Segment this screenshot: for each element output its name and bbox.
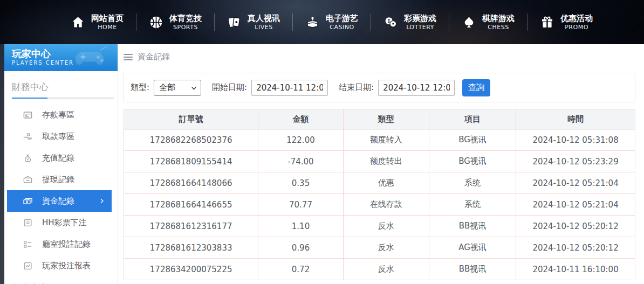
cell-order-no: 1728634200075225 [124, 259, 258, 280]
list-icon [23, 239, 33, 250]
nav-label: 电子游艺 [326, 13, 358, 24]
cell-order-no: 1728682268502376 [124, 129, 258, 151]
cell-amount: 1.10 [258, 216, 343, 237]
cell-item: BG视讯 [429, 151, 516, 172]
cell-amount: 122.00 [258, 129, 343, 151]
cell-type: 反水 [343, 237, 429, 259]
sidebar-item-hall-bet-record[interactable]: 廳室投註記錄 [4, 233, 118, 255]
chart-icon [23, 261, 33, 271]
column-header-time: 時間 [516, 109, 635, 129]
start-date-label: 開始日期: [212, 82, 247, 93]
query-button[interactable]: 查詢 [462, 79, 490, 96]
sidebar-item-hh-lottery-bet[interactable]: HH彩票下注 [4, 212, 118, 233]
nav-item-home[interactable]: 网站首页 HOME [58, 13, 136, 31]
cell-order-no: 1728681612303833 [124, 237, 258, 259]
chevron-down-icon [190, 85, 197, 92]
nav-item-lives[interactable]: 真人视讯 LIVES [215, 13, 292, 31]
cell-item: BG视讯 [429, 129, 516, 151]
basketball-icon [149, 15, 163, 30]
nav-item-promo[interactable]: 优惠活动 PROMO [527, 13, 605, 31]
roulette-icon [305, 15, 320, 30]
cell-time: 2024-10-12 05:20:12 [516, 216, 635, 237]
spade-icon [462, 15, 476, 30]
home-icon [71, 15, 85, 30]
wallet-out-icon [23, 175, 33, 185]
section-divider [12, 98, 114, 99]
sidebar-item-label: 充值記錄 [42, 153, 74, 163]
nav-item-lottery[interactable]: 彩票游戏 LOTTERY [371, 13, 449, 31]
nav-label: 棋牌游戏 [482, 13, 515, 24]
cell-type: 反水 [343, 259, 429, 280]
cell-type: 反水 [343, 216, 429, 237]
cell-order-no: 1728681809155414 [124, 151, 258, 172]
playing-cards-icon [227, 15, 242, 30]
cell-type: 在线存款 [343, 194, 429, 216]
cell-amount: 0.72 [258, 259, 343, 280]
banknotes-icon [23, 196, 33, 206]
lottery-balls-icon [383, 15, 398, 30]
withdraw-icon [23, 131, 33, 142]
column-header-item: 項目 [429, 109, 516, 129]
money-bag-icon [23, 153, 33, 163]
nav-label: 优惠活动 [560, 13, 593, 24]
nav-label: 体育竞技 [169, 13, 202, 24]
cell-item: AG视讯 [429, 237, 516, 259]
sidebar-item-recharge-record[interactable]: 充值記錄 [4, 147, 118, 169]
nav-item-sports[interactable]: 体育竞技 SPORTS [136, 13, 214, 31]
nav-sublabel: HOME [98, 24, 117, 31]
cell-amount: -74.00 [258, 151, 343, 172]
cell-time: 2024-10-12 05:20:12 [516, 237, 635, 259]
end-date-label: 结束日期: [339, 82, 374, 93]
nav-item-casino[interactable]: 电子游艺 CASINO [293, 13, 371, 31]
nav-label: 彩票游戏 [404, 13, 436, 24]
gift-icon [540, 15, 554, 30]
sidebar-item-withdraw[interactable]: 取款專區 [4, 126, 118, 147]
type-select[interactable]: 全部 [154, 80, 201, 96]
sidebar-item-withdrawal-record[interactable]: 提現記錄 [4, 169, 118, 190]
cell-type: 优惠 [343, 172, 429, 194]
page-body: 玩家中心 PLAYERS CENTER 財務中心 存款專區 [0, 44, 644, 284]
table-header-row: 訂單號 金額 類型 項目 時間 [124, 109, 635, 129]
nav-label: 真人视讯 [248, 13, 280, 24]
cell-item: BB视讯 [429, 259, 516, 280]
cell-item: BB视讯 [429, 216, 516, 237]
cell-amount: 0.35 [258, 172, 343, 194]
sidebar-item-bet-report[interactable]: 玩家投注報表 [4, 255, 118, 276]
table-row: 1728681664146655 70.77 在线存款 系统 2024-10-1… [124, 194, 635, 216]
nav-items: 网站首页 HOME 体育竞技 SPORTS 真人视讯 LIVES [58, 13, 605, 31]
sidebar-item-label: 提現記錄 [42, 175, 74, 185]
page-title: 資金記錄 [138, 52, 170, 62]
breadcrumb: 資金記錄 [124, 52, 635, 62]
sidebar-item-funds-record[interactable]: 資金記錄 [7, 190, 112, 212]
type-select-value: 全部 [159, 82, 175, 93]
filter-bar: 類型: 全部 開始日期: 结束日期: 查詢 [124, 73, 635, 102]
type-label: 類型: [131, 82, 149, 93]
main-content: 資金記錄 類型: 全部 開始日期: 结束日期: 查詢 訂單號 金 [118, 44, 644, 284]
funds-record-table: 訂單號 金額 類型 項目 時間 1728682268502376 122.00 … [124, 109, 635, 280]
table-row: 1728682268502376 122.00 额度转入 BG视讯 2024-1… [124, 129, 635, 151]
nav-sublabel: LIVES [255, 24, 272, 31]
nav-item-chess[interactable]: 棋牌游戏 CHESS [449, 13, 527, 31]
cell-time: 2024-10-12 05:31:08 [516, 129, 635, 151]
sidebar-item-label: HH彩票下注 [42, 218, 87, 228]
sidebar-item-label: 取款專區 [42, 131, 74, 142]
nav-sublabel: CHESS [488, 24, 509, 31]
cell-order-no: 1728681664146655 [124, 194, 258, 216]
cell-time: 2024-10-12 05:23:29 [516, 151, 635, 172]
cell-item: 系统 [429, 172, 516, 194]
table-row: 1728681612303833 0.96 反水 AG视讯 2024-10-12… [124, 237, 635, 259]
deposit-icon [23, 110, 33, 120]
end-date-input[interactable] [378, 80, 455, 96]
hamburger-icon [124, 54, 133, 60]
nav-sublabel: LOTTERY [406, 24, 434, 31]
cell-type: 额度转出 [343, 151, 429, 172]
nav-sublabel: PROMO [565, 24, 588, 31]
table-row: 1728681809155414 -74.00 额度转出 BG视讯 2024-1… [124, 151, 635, 172]
cell-order-no: 1728681612316177 [124, 216, 258, 237]
start-date-input[interactable] [251, 80, 328, 96]
sidebar-section-personal: 個人中心 [4, 279, 118, 284]
sidebar-item-label: 廳室投註記錄 [42, 239, 91, 250]
sidebar-item-deposit[interactable]: 存款專區 [4, 104, 118, 126]
nav-sublabel: CASINO [330, 24, 354, 31]
table-row: 1728634200075225 0.72 反水 BB视讯 2024-10-11… [124, 259, 635, 280]
